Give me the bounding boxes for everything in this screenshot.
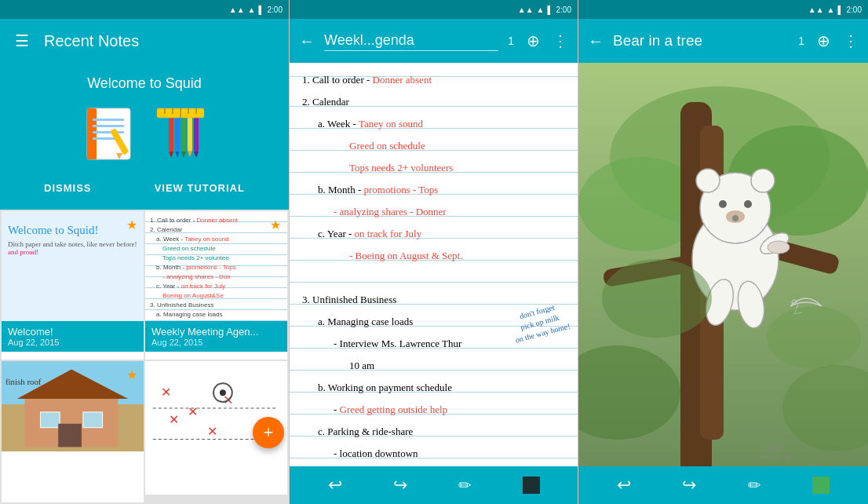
- svg-point-64: [602, 259, 712, 338]
- panel-bear: ▲▲ ▲ ▌ 2:00 ← Bear in a tree 1 ⊕ ⋮: [578, 0, 868, 504]
- note-line-1: 1. Call to order - Donner absent: [302, 69, 565, 91]
- menu-button[interactable]: ☰: [13, 31, 31, 50]
- svg-point-52: [751, 169, 775, 192]
- status-icons-2: ▲▲ ▲ ▌ 2:00: [518, 5, 571, 14]
- undo-button-3[interactable]: ↩: [617, 475, 631, 495]
- svg-text:JRFED.com: JRFED.com: [759, 454, 793, 461]
- color-square-button-3[interactable]: [812, 477, 830, 494]
- dismiss-button[interactable]: DISMISS: [38, 179, 97, 197]
- welcome-note-proud: and proud!: [8, 248, 137, 256]
- svg-marker-13: [169, 152, 173, 158]
- svg-rect-4: [93, 131, 124, 133]
- svg-text:✕: ✕: [161, 385, 171, 399]
- weekly-note-preview: 1. Call to order - Donner absent 2. Cale…: [150, 216, 283, 321]
- note-line-5: Tops needs 2+ volunteers: [302, 157, 565, 179]
- note-line-6: b. Month - promotions - Tops: [302, 179, 565, 201]
- note-title-editable[interactable]: Weekl...genda: [324, 31, 498, 51]
- note-spacer-1: [302, 267, 565, 289]
- note-card-drawing[interactable]: ★ ✕ ✕ ✕ ✕ ✕ +: [145, 361, 287, 495]
- note-date-weekly: Aug 22, 2015: [151, 338, 281, 347]
- svg-rect-8: [169, 112, 173, 152]
- svg-text:BEB: BEB: [767, 445, 781, 453]
- hamburger-icon: ☰: [15, 31, 29, 50]
- svg-rect-5: [93, 137, 116, 140]
- svg-rect-12: [194, 113, 199, 152]
- banner-title: Welcome to Squid: [87, 75, 202, 92]
- pen-button-2[interactable]: ✏: [458, 476, 472, 495]
- svg-marker-15: [181, 152, 186, 158]
- bear-note-title[interactable]: Bear in a tree: [613, 31, 789, 51]
- note-card-footer-weekly: Weekly Meeting Agen... Aug 22, 2015: [145, 321, 287, 352]
- svg-point-58: [768, 241, 790, 254]
- star-icon-house: ★: [126, 367, 137, 382]
- note-card-footer-welcome: Welcome! Aug 22, 2015: [2, 321, 144, 352]
- toolbar-2: ← Weekl...genda 1 ⊕ ⋮: [290, 19, 578, 63]
- panel-recent-notes: ▲▲ ▲ ▌ 2:00 ☰ Recent Notes Welcome to Sq…: [0, 0, 289, 504]
- star-icon-welcome: ★: [126, 217, 137, 232]
- note-content-area: 1. Call to order - Donner absent 2. Cale…: [290, 63, 578, 466]
- back-button-3[interactable]: ←: [585, 29, 607, 53]
- add-page-button-3[interactable]: ⊕: [814, 28, 833, 53]
- note-line-15: - Greed getting outside help: [302, 399, 565, 421]
- view-tutorial-button[interactable]: VIEW TUTORIAL: [148, 179, 251, 197]
- note-date-welcome: Aug 22, 2015: [8, 338, 137, 347]
- wifi-icon: ▲: [248, 5, 256, 14]
- svg-rect-3: [93, 125, 124, 127]
- signal-icon-3: ▲▲: [808, 5, 824, 14]
- battery-icon-2: ▌: [547, 5, 553, 14]
- star-icon-weekly: ★: [270, 217, 281, 232]
- note-line-2: 2. Calendar: [302, 91, 565, 113]
- pen-button-3[interactable]: ✏: [748, 476, 761, 495]
- note-line-13: 10 am: [302, 355, 565, 377]
- welcome-note-sub: Ditch paper and take notes, like never b…: [8, 240, 137, 248]
- toolbar-3: ← Bear in a tree 1 ⊕ ⋮: [578, 19, 868, 63]
- more-button-3[interactable]: ⋮: [840, 28, 862, 53]
- note-card-weekly[interactable]: ★ 1. Call to order - Donner absent 2. Ca…: [145, 211, 287, 360]
- time-1: 2:00: [268, 5, 283, 14]
- svg-rect-30: [58, 424, 82, 447]
- bear-scene-svg: BEB JRFED.com: [578, 63, 868, 466]
- redo-button-3[interactable]: ↪: [682, 475, 696, 495]
- fab-button[interactable]: +: [253, 417, 284, 448]
- note-line-3: a. Week - Taney on sound: [302, 113, 565, 135]
- notebook-icon-1: [81, 104, 144, 163]
- svg-rect-28: [40, 412, 60, 428]
- note-line-10: 3. Unfinished Business: [302, 289, 565, 311]
- wifi-icon-2: ▲: [537, 5, 545, 14]
- status-icons-3: ▲▲ ▲ ▌ 2:00: [808, 5, 862, 14]
- note-card-house[interactable]: ★: [2, 361, 144, 502]
- svg-rect-29: [83, 412, 103, 428]
- bear-image-area: BEB JRFED.com: [578, 63, 868, 466]
- svg-point-51: [696, 169, 720, 192]
- battery-icon: ▌: [258, 5, 264, 14]
- svg-marker-16: [188, 151, 192, 157]
- undo-button-2[interactable]: ↩: [328, 475, 342, 495]
- bottom-toolbar-3: ↩ ↪ ✏: [578, 466, 868, 504]
- banner-actions: DISMISS VIEW TUTORIAL: [13, 176, 276, 197]
- bottom-toolbar-2: ↩ ↪ ✏: [290, 466, 578, 504]
- signal-icon-2: ▲▲: [518, 5, 534, 14]
- battery-icon-3: ▌: [837, 5, 843, 14]
- note-card-welcome[interactable]: ★ Welcome to Squid! Ditch paper and take…: [2, 211, 144, 360]
- note-line-17: - location downtown: [302, 443, 565, 465]
- house-svg: finish roof: [2, 361, 144, 451]
- banner-illustrations: [81, 104, 208, 163]
- svg-point-38: [220, 389, 226, 396]
- time-3: 2:00: [847, 5, 862, 14]
- svg-text:✕: ✕: [188, 405, 198, 418]
- svg-marker-14: [175, 152, 180, 158]
- svg-text:✕: ✕: [207, 425, 217, 438]
- drawing-preview: ✕ ✕ ✕ ✕ ✕ +: [145, 361, 287, 451]
- back-button-2[interactable]: ←: [296, 29, 318, 53]
- svg-text:finish roof: finish roof: [5, 377, 42, 386]
- wifi-icon-3: ▲: [827, 5, 835, 14]
- signal-icon: ▲▲: [229, 5, 245, 14]
- welcome-note-text: Welcome to Squid!: [8, 224, 137, 237]
- page-number-2: 1: [505, 35, 517, 47]
- redo-button-2[interactable]: ↪: [393, 475, 407, 495]
- color-square-button-2[interactable]: [523, 477, 540, 494]
- house-image: finish roof: [2, 361, 144, 451]
- more-button-2[interactable]: ⋮: [549, 28, 571, 53]
- add-page-button-2[interactable]: ⊕: [523, 28, 543, 53]
- note-line-16: c. Parking & ride-share: [302, 421, 565, 443]
